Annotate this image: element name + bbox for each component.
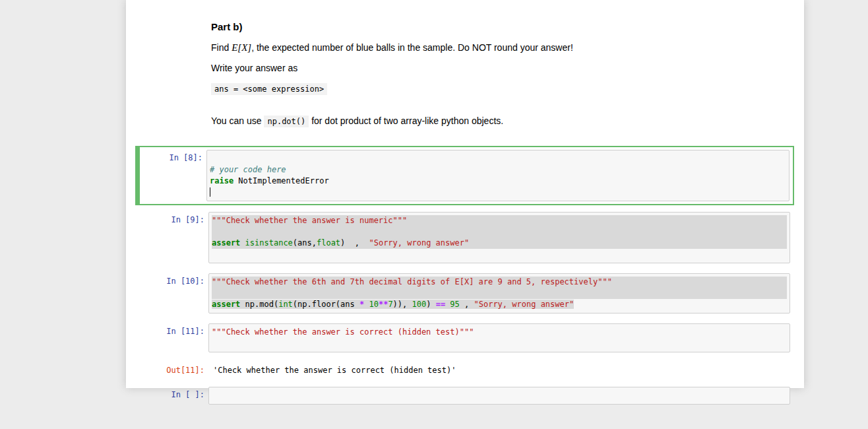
md-paragraph-write: Write your answer as xyxy=(211,62,790,74)
code-cell-in9[interactable]: In [9]: """Check whether the answer is n… xyxy=(135,212,790,263)
code-line: """Check whether the answer is correct (… xyxy=(212,327,787,338)
code-number: 100 xyxy=(412,300,427,309)
input-prompt-in9: In [9]: xyxy=(135,212,208,226)
code-editor-in10[interactable]: """Check whether the 6th and 7th decimal… xyxy=(208,273,790,314)
part-heading: Part b) xyxy=(211,21,790,33)
code-line: raise NotImplementedError xyxy=(210,176,786,187)
code-operator: == xyxy=(436,300,445,309)
code-number: 7 xyxy=(388,300,392,309)
code-text: np.mod( xyxy=(240,300,278,309)
code-builtin: isinstance xyxy=(245,238,293,248)
code-line xyxy=(212,249,787,260)
input-prompt-in11: In [11]: xyxy=(135,323,208,337)
code-string: "Sorry, wrong answer" xyxy=(369,238,469,248)
code-line xyxy=(212,338,787,349)
code-line xyxy=(212,226,787,238)
code-number: 95 xyxy=(450,300,459,309)
md-paragraph-find: Find E[X], the expected number of blue b… xyxy=(211,42,790,53)
code-line xyxy=(212,288,787,299)
selected-cell-bar xyxy=(137,147,140,204)
code-editor-in11[interactable]: """Check whether the answer is correct (… xyxy=(208,323,790,352)
text-cursor xyxy=(210,187,210,197)
input-prompt-in10: In [10]: xyxy=(135,273,208,287)
output-area-out11: Out[11]: 'Check whether the answer is co… xyxy=(135,362,790,376)
md-paragraph-use: You can use np.dot() for dot product of … xyxy=(211,115,790,127)
markdown-cell[interactable]: Part b) Find E[X], the expected number o… xyxy=(126,0,804,127)
md-text: You can use xyxy=(211,116,264,126)
code-string: """Check whether the answer is numeric""… xyxy=(212,216,407,225)
inline-code-ans: ans = <some expression> xyxy=(211,83,327,95)
md-text: for dot product of two array-like python… xyxy=(309,116,503,126)
code-comment: # your code here xyxy=(210,165,286,174)
code-cell-empty[interactable]: In [ ]: xyxy=(135,387,790,405)
notebook-container: Part b) Find E[X], the expected number o… xyxy=(126,0,804,388)
md-text: , the expected number of blue balls in t… xyxy=(251,42,573,53)
input-prompt-in8: In [8]: xyxy=(137,150,206,164)
math-expression: E[X] xyxy=(232,42,251,53)
code-number: 10 xyxy=(369,300,378,309)
code-string: """Check whether the 6th and 7th decimal… xyxy=(212,277,612,286)
code-line: assert isinstance(ans,float) , "Sorry, w… xyxy=(212,238,787,249)
code-text: ) xyxy=(426,300,435,309)
md-code-block: ans = <some expression> xyxy=(211,82,790,95)
code-line xyxy=(210,187,786,198)
code-builtin: int xyxy=(278,300,293,309)
md-text: Find xyxy=(211,42,232,53)
output-prompt-out11: Out[11]: xyxy=(135,362,208,376)
code-string: "Sorry, wrong answer" xyxy=(474,300,574,309)
code-cell-in10[interactable]: In [10]: """Check whether the 6th and 7t… xyxy=(135,273,790,314)
code-text: (ans, xyxy=(293,238,317,248)
code-keyword: assert xyxy=(212,238,240,248)
code-text: )), xyxy=(393,300,412,309)
input-prompt-empty: In [ ]: xyxy=(135,387,208,401)
code-editor-in9[interactable]: """Check whether the answer is numeric""… xyxy=(208,212,790,263)
code-cell-in11[interactable]: In [11]: """Check whether the answer is … xyxy=(135,323,790,352)
code-cell-in8[interactable]: In [8]: # your code here raise NotImplem… xyxy=(135,146,794,205)
code-keyword: raise xyxy=(210,176,233,185)
code-operator: ** xyxy=(379,300,388,309)
output-text: 'Check whether the answer is correct (hi… xyxy=(208,362,790,376)
code-line: assert np.mod(int(np.floor(ans * 10**7))… xyxy=(212,299,787,310)
code-editor-in8[interactable]: # your code here raise NotImplementedErr… xyxy=(206,150,790,201)
code-text xyxy=(240,238,245,248)
code-string: """Check whether the answer is correct (… xyxy=(212,327,474,337)
code-line: """Check whether the answer is numeric""… xyxy=(212,215,787,226)
code-builtin: float xyxy=(317,238,340,248)
code-text: NotImplementedError xyxy=(233,176,329,185)
code-line xyxy=(210,153,786,164)
code-text: (np.floor(ans xyxy=(293,300,359,309)
code-text: , xyxy=(460,300,474,309)
code-line xyxy=(212,390,787,401)
code-keyword: assert xyxy=(212,300,240,309)
inline-code-npdot: np.dot() xyxy=(264,116,309,127)
code-editor-empty[interactable] xyxy=(208,387,790,405)
code-text: ) , xyxy=(340,238,369,248)
code-line: # your code here xyxy=(210,164,786,176)
code-line: """Check whether the 6th and 7th decimal… xyxy=(212,277,787,288)
